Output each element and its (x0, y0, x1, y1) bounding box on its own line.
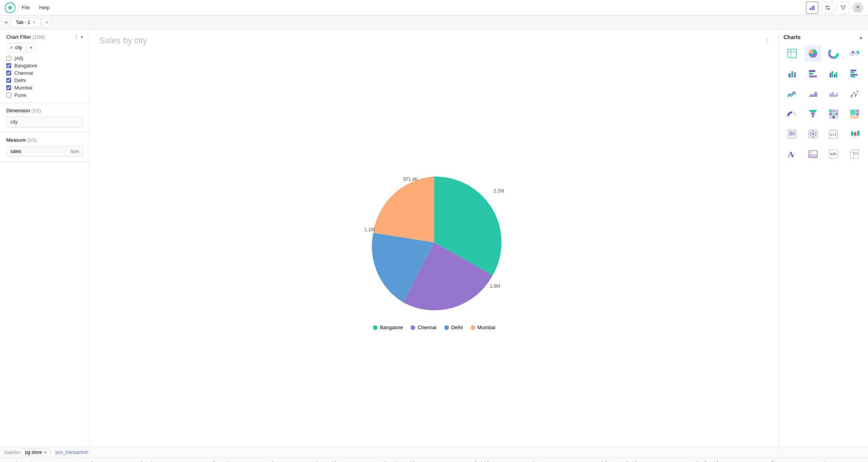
filter-option-delhi[interactable]: Delhi (6, 77, 83, 83)
pivot-chart-btn[interactable] (846, 146, 863, 163)
legend-item-mumbai: Mumbai (471, 325, 495, 330)
gauge-chart-btn[interactable] (783, 105, 801, 122)
add-tab-btn[interactable]: + (42, 18, 52, 27)
svg-rect-42 (829, 110, 832, 112)
col-header-profit[interactable]: ::profit (756, 458, 799, 462)
legend-color-mumbai (471, 325, 475, 330)
data-table-container: ::customer_type::city::sub_category::dis… (0, 458, 868, 462)
geo-chart-btn[interactable] (783, 125, 801, 143)
svg-rect-54 (850, 115, 859, 119)
treemap-chart-btn[interactable] (846, 105, 863, 122)
filter-btn[interactable] (837, 2, 849, 14)
chart-filter-header: Chart Filter (1/64) ⋮ ▾ (6, 34, 83, 40)
filter-option-all[interactable]: (All) (6, 55, 83, 61)
filter-option-pune[interactable]: Pune (6, 92, 83, 98)
measure-box[interactable]: sales Sum (6, 146, 83, 157)
col-header-product_id[interactable]: ::product_id (458, 458, 522, 462)
svg-rect-31 (851, 74, 858, 76)
text-chart-btn[interactable]: Aa (783, 146, 801, 163)
multi-pie-btn[interactable] (846, 45, 863, 62)
table-header-row: ::customer_type::city::sub_category::dis… (0, 458, 868, 462)
svg-rect-28 (836, 72, 837, 77)
line-chart-btn[interactable] (783, 85, 801, 102)
svg-rect-68 (854, 132, 856, 136)
kpi-chart-btn[interactable]: KPI (825, 146, 842, 163)
calendar-chart-btn[interactable] (825, 125, 842, 143)
tab-label: Tab - 1 (16, 20, 30, 25)
col-header-delivery_mode_id[interactable]: ::delivery_mode_id (592, 458, 683, 462)
col-header-sub_category[interactable]: ::sub_category (128, 458, 203, 462)
svg-rect-30 (851, 72, 854, 73)
pie-chart-container: 2.2M 1.9M 1.1M 971.4K (357, 165, 512, 320)
main-layout: Chart Filter (1/64) ⋮ ▾ ✕ city ⋮ ▾ (All)… (0, 29, 868, 447)
help-menu[interactable]: Help (36, 3, 53, 12)
col-header-sales[interactable]: ::sales (259, 458, 303, 462)
grouped-hbar-btn[interactable] (846, 65, 863, 82)
legend-item-chennai: Chennai (411, 325, 436, 330)
pie-chart-svg (357, 165, 512, 320)
col-header-order_line_id[interactable]: ::order_line_id (682, 458, 756, 462)
svg-rect-45 (829, 113, 832, 115)
col-header-customer_type[interactable]: ::customer_type (0, 458, 80, 462)
tab-dropdown[interactable] (3, 19, 9, 26)
chart-filter-more[interactable]: ⋮ (74, 34, 79, 40)
svg-rect-26 (832, 71, 833, 77)
bar-chart-btn[interactable] (783, 65, 801, 82)
tab-close-btn[interactable]: ✕ (33, 20, 36, 24)
svg-rect-80 (854, 153, 856, 155)
svg-rect-43 (832, 110, 835, 112)
source-label[interactable]: pos_transaction (55, 450, 88, 455)
dimension-box[interactable]: city (6, 117, 83, 127)
filter-tag-label: city (15, 45, 22, 50)
dataset-area: DataSet pg store (5, 448, 51, 456)
col-header-sub_category_id[interactable]: ::sub_category_id (371, 458, 458, 462)
scatter-chart-btn[interactable] (846, 85, 863, 102)
candlestick-chart-btn[interactable] (846, 125, 863, 143)
measure-count: (1/1) (27, 137, 37, 143)
hbar-chart-btn[interactable] (804, 65, 821, 82)
col-header-discount[interactable]: ::discount (203, 458, 259, 462)
filter-tag-expand-icon[interactable]: ▾ (30, 45, 32, 50)
chart-filter-collapse[interactable]: ▾ (81, 34, 83, 40)
tab-1[interactable]: Tab - 1 ✕ (11, 18, 41, 27)
filter-tag-x-icon[interactable]: ✕ (10, 45, 14, 50)
measure-field: sales (10, 149, 21, 154)
filter-option-chennai[interactable]: Chennai (6, 70, 83, 76)
filter-tag-more-icon[interactable]: ⋮ (24, 45, 28, 50)
settings-btn[interactable] (821, 2, 834, 14)
funnel-chart-btn[interactable] (804, 105, 821, 122)
dataset-select[interactable]: pg store (22, 448, 51, 456)
col-header-city[interactable]: ::city (80, 458, 128, 462)
svg-rect-23 (809, 73, 813, 75)
pie-chart-btn[interactable] (804, 45, 821, 62)
filter-option-mumbai[interactable]: Mumbai (6, 85, 83, 91)
measure-aggregation: Sum (70, 149, 79, 154)
table-chart-btn[interactable] (783, 45, 801, 62)
svg-rect-53 (856, 113, 859, 115)
col-header-store_name[interactable]: ::store_name (522, 458, 592, 462)
donut-chart-btn[interactable] (825, 45, 842, 62)
chart-more-btn[interactable]: ⋮ (764, 38, 769, 44)
user-avatar[interactable] (852, 2, 863, 13)
svg-marker-40 (811, 113, 815, 115)
grouped-bar-btn[interactable] (825, 65, 842, 82)
charts-panel-collapse[interactable]: ▲ (858, 34, 863, 40)
label-bangalore: 2.2M (494, 188, 504, 194)
image-chart-btn[interactable] (804, 146, 821, 163)
label-delhi: 1.1M (364, 227, 375, 232)
step-area-btn[interactable] (825, 85, 842, 102)
area-chart-btn[interactable] (804, 85, 821, 102)
svg-point-33 (851, 94, 853, 96)
svg-rect-52 (856, 110, 859, 113)
col-header-category_id[interactable]: ::category_id (303, 458, 371, 462)
chart-view-btn[interactable] (806, 2, 818, 14)
col-header-payment_m[interactable]: ::payment_m (799, 458, 868, 462)
top-menu-bar: File Help (0, 0, 868, 15)
filter-tag-city[interactable]: ✕ city ⋮ ▾ (6, 43, 36, 52)
file-menu[interactable]: File (19, 3, 33, 12)
heatmap-chart-btn[interactable] (825, 105, 842, 122)
geo2-chart-btn[interactable] (804, 125, 821, 143)
svg-rect-63 (833, 134, 834, 136)
dataset-label: DataSet (5, 450, 20, 455)
filter-option-bangalore[interactable]: Bangalore (6, 63, 83, 69)
